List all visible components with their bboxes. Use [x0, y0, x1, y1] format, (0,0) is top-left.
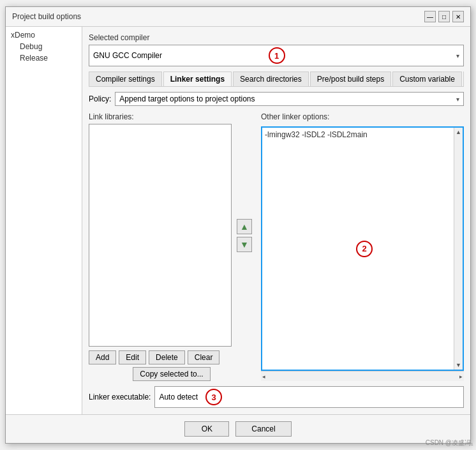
panels: Link libraries: ▲ ▼ Add Edit Delete Clea… [89, 112, 464, 381]
other-linker-textarea[interactable]: -lmingw32 -lSDL2 -lSDL2main 2 ▲ ▼ [261, 126, 464, 371]
policy-row: Policy: Append target options to project… [89, 92, 464, 106]
watermark: CSDN @凌盛冯₁ [426, 439, 473, 447]
other-linker-panel: Other linker options: -lmingw32 -lSDL2 -… [261, 112, 464, 381]
move-buttons: ▲ ▼ [234, 124, 255, 347]
library-action-buttons: Add Edit Delete Clear [89, 350, 255, 364]
move-up-button[interactable]: ▲ [237, 219, 252, 234]
compiler-dropdown-arrow: ▾ [456, 52, 459, 59]
linker-executable-label: Linker executable: [89, 393, 151, 401]
policy-value: Append target options to project options [119, 94, 456, 103]
linker-executable-row: Linker executable: Auto detect 3 [89, 386, 464, 408]
scroll-right-arrow[interactable]: ▸ [459, 373, 463, 380]
sidebar: xDemo Debug Release [6, 27, 82, 414]
add-button[interactable]: Add [89, 350, 116, 364]
main-content: Selected compiler GNU GCC Compiler 1 ▾ C… [82, 27, 470, 414]
tab-custom-variable[interactable]: Custom variable [392, 71, 462, 86]
clear-button[interactable]: Clear [188, 350, 220, 364]
compiler-value: GNU GCC Compiler [93, 51, 265, 60]
other-linker-label: Other linker options: [261, 112, 329, 121]
sidebar-item-debug[interactable]: Debug [6, 41, 82, 52]
linker-executable-input[interactable]: Auto detect 3 [154, 386, 464, 408]
tab-pre-post-build[interactable]: Pre/post build steps [310, 71, 391, 86]
other-linker-value: -lmingw32 -lSDL2 -lSDL2main [265, 130, 368, 139]
linker-executable-value: Auto detect [159, 393, 198, 401]
project-build-options-dialog: Project build options — □ ✕ xDemo Debug … [5, 6, 471, 444]
link-libraries-panel: Link libraries: ▲ ▼ Add Edit Delete Clea… [89, 112, 255, 381]
tab-nav-left[interactable]: ◂ [463, 71, 464, 86]
policy-label: Policy: [89, 94, 111, 103]
dialog-body: xDemo Debug Release Selected compiler GN… [6, 27, 470, 414]
dialog-title: Project build options [12, 12, 81, 21]
maximize-button[interactable]: □ [438, 11, 450, 22]
scroll-down-arrow[interactable]: ▼ [456, 362, 461, 368]
close-button[interactable]: ✕ [452, 11, 464, 22]
annotation-3: 3 [205, 389, 222, 405]
ok-button[interactable]: OK [184, 421, 229, 437]
move-down-button[interactable]: ▼ [237, 237, 252, 252]
tabs-bar: Compiler settings Linker settings Search… [89, 71, 464, 87]
link-libraries-label: Link libraries: [89, 112, 255, 121]
title-bar: Project build options — □ ✕ [6, 7, 470, 27]
scroll-up-arrow[interactable]: ▲ [456, 129, 461, 135]
tab-compiler-settings[interactable]: Compiler settings [89, 71, 162, 86]
window-controls: — □ ✕ [424, 11, 464, 22]
sidebar-item-release[interactable]: Release [6, 52, 82, 64]
tab-search-directories[interactable]: Search directories [233, 71, 309, 86]
compiler-label: Selected compiler [89, 33, 464, 42]
link-libraries-list[interactable] [89, 124, 232, 347]
compiler-section: Selected compiler GNU GCC Compiler 1 ▾ [89, 33, 464, 66]
annotation-2: 2 [356, 241, 373, 257]
cancel-button[interactable]: Cancel [235, 421, 291, 437]
edit-button[interactable]: Edit [119, 350, 146, 364]
delete-button[interactable]: Delete [149, 350, 185, 364]
sidebar-item-xdemo[interactable]: xDemo [6, 29, 82, 41]
scroll-left-arrow[interactable]: ◂ [262, 373, 265, 380]
annotation-1: 1 [269, 47, 285, 64]
tab-linker-settings[interactable]: Linker settings [163, 71, 232, 87]
policy-dropdown[interactable]: Append target options to project options… [115, 92, 464, 106]
compiler-dropdown[interactable]: GNU GCC Compiler 1 ▾ [89, 45, 464, 66]
copy-selected-button[interactable]: Copy selected to... [133, 367, 210, 381]
bottom-buttons: OK Cancel CSDN @凌盛冯₁ [6, 414, 470, 443]
minimize-button[interactable]: — [424, 11, 436, 22]
policy-dropdown-arrow: ▾ [456, 96, 459, 103]
horizontal-scrollbar[interactable]: ◂ ▸ [261, 371, 464, 381]
